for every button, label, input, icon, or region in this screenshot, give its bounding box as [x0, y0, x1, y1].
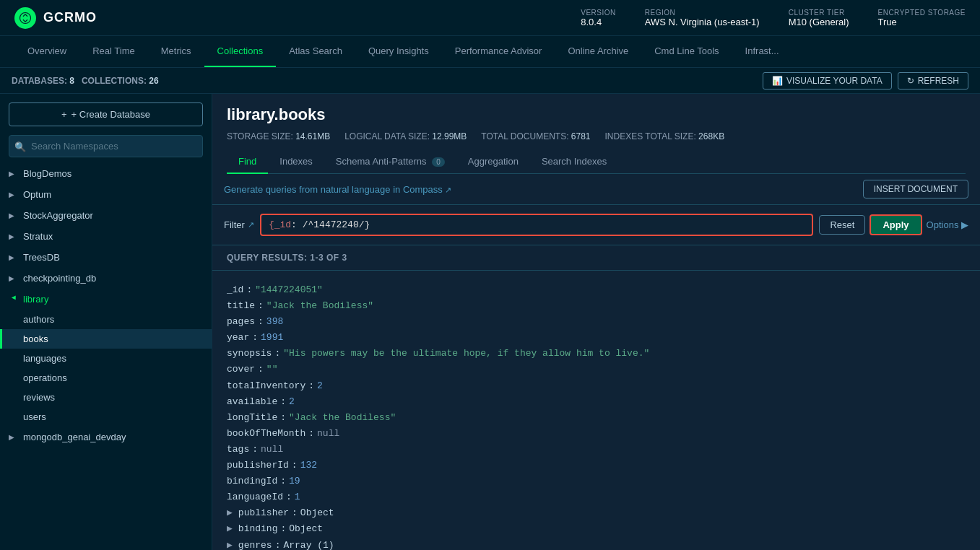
- filter-buttons: Reset Apply Options ▶: [819, 214, 968, 235]
- sidebar-item-mongodb-genai[interactable]: ▶ mongodb_genai_devday: [0, 427, 212, 448]
- search-namespaces-container: 🔍: [9, 135, 203, 157]
- expand-binding-icon: ▶: [227, 521, 233, 537]
- sub-header-actions: 📊 VISUALIZE YOUR DATA ↻ REFRESH: [763, 72, 968, 90]
- tab-search-indexes[interactable]: Search Indexes: [530, 150, 618, 174]
- cluster-label: CLUSTER TIER: [789, 9, 845, 17]
- doc-field-publisher-id: publisherId : 132: [227, 458, 966, 473]
- logo-area: GCRMO: [14, 7, 97, 29]
- chevron-right-icon: ▶: [9, 211, 19, 219]
- filter-row: Filter ↗ {_id : /^14472240/} Reset Apply…: [212, 205, 980, 245]
- tab-realtime[interactable]: Real Time: [79, 36, 148, 68]
- sidebar-item-stratux[interactable]: ▶ Stratux: [0, 226, 212, 247]
- tab-collections[interactable]: Collections: [204, 36, 277, 68]
- sub-header: DATABASES: 8 COLLECTIONS: 26 📊 VISUALIZE…: [0, 68, 980, 94]
- version-label: VERSION: [581, 9, 616, 17]
- collection-tabs: Find Indexes Schema Anti-Patterns 0 Aggr…: [227, 150, 966, 174]
- filter-code-display: {_id : /^14472240/}: [269, 219, 805, 230]
- tab-schema-anti-patterns[interactable]: Schema Anti-Patterns 0: [324, 150, 456, 174]
- header-meta: VERSION 8.0.4 REGION AWS N. Virginia (us…: [581, 9, 966, 27]
- chevron-right-icon: ▶: [9, 170, 19, 178]
- total-docs-meta: TOTAL DOCUMENTS: 6781: [481, 131, 590, 141]
- tab-query-insights[interactable]: Query Insights: [355, 36, 442, 68]
- tab-performance-advisor[interactable]: Performance Advisor: [442, 36, 555, 68]
- region-value: AWS N. Virginia (us-east-1): [645, 17, 760, 27]
- doc-field-year: year : 1991: [227, 330, 966, 346]
- doc-field-pages: pages : 398: [227, 314, 966, 330]
- query-results-header: QUERY RESULTS: 1-3 OF 3: [212, 245, 980, 271]
- sidebar-item-library[interactable]: ▼ library: [0, 289, 212, 310]
- storage-size-meta: STORAGE SIZE: 14.61MB: [227, 131, 330, 141]
- collection-meta: STORAGE SIZE: 14.61MB LOGICAL DATA SIZE:…: [227, 131, 966, 141]
- sidebar-item-optum[interactable]: ▶ Optum: [0, 184, 212, 205]
- tab-cmd-line-tools[interactable]: Cmd Line Tools: [641, 36, 732, 68]
- tab-indexes[interactable]: Indexes: [268, 150, 324, 174]
- chevron-down-icon: ▼: [10, 294, 18, 305]
- storage-value: True: [878, 17, 897, 27]
- apply-button[interactable]: Apply: [870, 214, 922, 235]
- doc-field-tags: tags : null: [227, 442, 966, 458]
- top-header: GCRMO VERSION 8.0.4 REGION AWS N. Virgin…: [0, 0, 980, 36]
- tab-find[interactable]: Find: [227, 150, 268, 174]
- chevron-right-icon: ▶: [9, 433, 19, 441]
- doc-field-synopsis: synopsis : "His powers may be the ultima…: [227, 346, 966, 362]
- sidebar-item-stockaggregator[interactable]: ▶ StockAggregator: [0, 205, 212, 226]
- sidebar-item-operations[interactable]: operations: [0, 368, 212, 388]
- sidebar-item-checkpointing[interactable]: ▶ checkpointing_db: [0, 268, 212, 289]
- doc-field-total-inventory: totalInventory : 2: [227, 378, 966, 394]
- compass-link[interactable]: Generate queries from natural language i…: [224, 184, 451, 195]
- app-title: GCRMO: [43, 10, 97, 25]
- logical-data-meta: LOGICAL DATA SIZE: 12.99MB: [344, 131, 467, 141]
- doc-field-binding[interactable]: ▶ binding : Object: [227, 521, 966, 537]
- version-value: 8.0.4: [581, 17, 602, 27]
- region-label: REGION: [645, 9, 675, 17]
- create-database-button[interactable]: + + Create Database: [9, 102, 203, 126]
- indexes-size-meta: INDEXES TOTAL SIZE: 268KB: [605, 131, 725, 141]
- nav-tabs: Overview Real Time Metrics Collections A…: [0, 36, 980, 68]
- sidebar-item-languages[interactable]: languages: [0, 349, 212, 368]
- doc-field-genres[interactable]: ▶ genres : Array (1): [227, 538, 966, 551]
- search-icon: 🔍: [14, 141, 26, 152]
- chevron-right-icon: ▶: [9, 274, 19, 282]
- search-namespaces-input[interactable]: [9, 135, 203, 157]
- sidebar-item-blogdemos[interactable]: ▶ BlogDemos: [0, 163, 212, 184]
- tab-aggregation[interactable]: Aggregation: [456, 150, 530, 174]
- insert-document-button[interactable]: INSERT DOCUMENT: [863, 180, 968, 198]
- content-header: library.books STORAGE SIZE: 14.61MB LOGI…: [212, 94, 980, 174]
- filter-label: Filter ↗: [224, 219, 254, 230]
- refresh-button[interactable]: ↻ REFRESH: [898, 72, 968, 90]
- document-view: _id : "1447224051" title : "Jack the Bod…: [212, 271, 980, 550]
- chevron-right-icon: ▶: [9, 253, 19, 261]
- cluster-value: M10 (General): [789, 17, 849, 27]
- sidebar-item-reviews[interactable]: reviews: [0, 388, 212, 407]
- tab-online-archive[interactable]: Online Archive: [555, 36, 641, 68]
- plus-icon: +: [61, 109, 67, 120]
- chart-icon: 📊: [772, 76, 783, 86]
- tab-infrast[interactable]: Infrast...: [732, 36, 792, 68]
- sidebar-item-books[interactable]: books: [0, 329, 212, 349]
- expand-publisher-icon: ▶: [227, 505, 233, 521]
- sidebar-item-treesdb[interactable]: ▶ TreesDB: [0, 247, 212, 268]
- visualize-data-button[interactable]: 📊 VISUALIZE YOUR DATA: [763, 72, 892, 90]
- cluster-meta: CLUSTER TIER M10 (General): [789, 9, 849, 27]
- tab-atlas-search[interactable]: Atlas Search: [276, 36, 355, 68]
- chevron-right-icon: ▶: [9, 232, 19, 240]
- databases-info: DATABASES: 8 COLLECTIONS: 26: [12, 76, 159, 86]
- doc-field-long-title: longTitle : "Jack the Bodiless": [227, 410, 966, 426]
- reset-button[interactable]: Reset: [819, 215, 865, 235]
- content-area: library.books STORAGE SIZE: 14.61MB LOGI…: [212, 94, 980, 550]
- options-button[interactable]: Options ▶: [927, 219, 968, 230]
- expand-genres-icon: ▶: [227, 538, 233, 551]
- storage-label: ENCRYPTED STORAGE: [878, 9, 966, 17]
- sidebar-item-users[interactable]: users: [0, 407, 212, 427]
- main-layout: + + Create Database 🔍 ▶ BlogDemos ▶ Optu…: [0, 94, 980, 550]
- tab-metrics[interactable]: Metrics: [148, 36, 204, 68]
- version-meta: VERSION 8.0.4: [581, 9, 616, 27]
- chevron-right-icon: ▶: [9, 191, 19, 198]
- sidebar-item-authors[interactable]: authors: [0, 310, 212, 329]
- doc-field-id: _id : "1447224051": [227, 282, 966, 298]
- doc-field-language-id: languageId : 1: [227, 489, 966, 505]
- doc-field-publisher[interactable]: ▶ publisher : Object: [227, 505, 966, 521]
- filter-input[interactable]: {_id : /^14472240/}: [260, 214, 814, 236]
- collection-title: library.books: [227, 105, 966, 124]
- tab-overview[interactable]: Overview: [14, 36, 79, 68]
